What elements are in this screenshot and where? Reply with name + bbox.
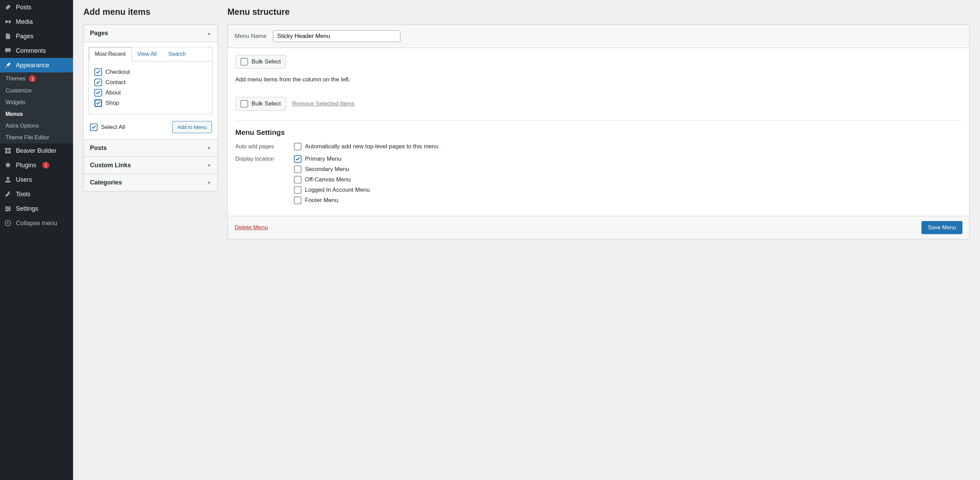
location-logged-in[interactable]: Logged In Account Menu: [294, 186, 370, 194]
svg-rect-11: [7, 210, 8, 211]
option-label: Primary Menu: [305, 156, 342, 163]
checkbox-contact[interactable]: [94, 79, 102, 86]
page-row-checkout[interactable]: Checkout: [94, 67, 207, 77]
checkbox-shop[interactable]: [94, 99, 102, 107]
svg-rect-4: [8, 151, 11, 153]
submenu-customize[interactable]: Customize: [0, 85, 73, 97]
menu-name-label: Menu Name: [235, 33, 267, 40]
sidebar-label: Users: [16, 176, 32, 183]
bulk-select-bottom[interactable]: Bulk Select: [235, 97, 286, 111]
svg-rect-7: [5, 208, 11, 209]
tab-most-recent[interactable]: Most Recent: [89, 47, 132, 61]
plugins-badge: 1: [42, 162, 49, 169]
sidebar-item-tools[interactable]: Tools: [0, 187, 73, 201]
checkbox-primary[interactable]: [294, 155, 302, 163]
svg-rect-1: [5, 148, 8, 150]
checkbox-offcanvas[interactable]: [294, 176, 302, 183]
collapse-icon: [4, 219, 12, 227]
submenu-label: Themes: [5, 75, 25, 81]
submenu-theme-file-editor[interactable]: Theme File Editor: [0, 132, 73, 144]
sidebar-item-settings[interactable]: Settings: [0, 201, 73, 216]
accordion-label: Pages: [90, 30, 108, 37]
submenu-widgets[interactable]: Widgets: [0, 97, 73, 108]
add-items-accordion: Pages ▲ Most Recent View All Search C: [83, 24, 218, 191]
checkbox-footer[interactable]: [294, 196, 302, 204]
menu-structure-panel: Menu Name Bulk Select Add menu items fro…: [228, 24, 970, 239]
location-footer[interactable]: Footer Menu: [294, 196, 370, 204]
page-label: Checkout: [105, 69, 130, 75]
checkbox-bulk-bottom[interactable]: [240, 100, 248, 108]
sidebar-item-beaver-builder[interactable]: Beaver Builder: [0, 144, 73, 158]
menu-name-input[interactable]: [273, 30, 401, 42]
checkbox-logged-in[interactable]: [294, 186, 302, 194]
page-row-about[interactable]: About: [94, 88, 207, 98]
checkbox-secondary[interactable]: [294, 166, 302, 173]
pages-tabs: Most Recent View All Search: [89, 47, 213, 61]
submenu-menus[interactable]: Menus: [0, 108, 73, 120]
option-label: Automatically add new top-level pages to…: [305, 143, 438, 150]
option-label: Logged In Account Menu: [305, 187, 370, 193]
delete-menu-link[interactable]: Delete Menu: [235, 224, 268, 231]
accordion-custom-links-head[interactable]: Custom Links ▼: [84, 156, 218, 174]
sidebar-item-pages[interactable]: Pages: [0, 29, 73, 43]
divider: [235, 120, 962, 121]
media-icon: [4, 18, 12, 26]
sidebar-label: Tools: [16, 191, 30, 198]
sidebar-item-collapse[interactable]: Collapse menu: [0, 216, 73, 230]
sidebar-item-users[interactable]: Users: [0, 172, 73, 187]
appearance-submenu: Themes 1 Customize Widgets Menus Astra O…: [0, 72, 73, 144]
add-to-menu-button[interactable]: Add to Menu: [172, 121, 212, 133]
checkbox-checkout[interactable]: [94, 68, 102, 76]
checkbox-about[interactable]: [94, 89, 102, 97]
page-row-contact[interactable]: Contact: [94, 77, 207, 88]
bulk-select-label: Bulk Select: [251, 58, 281, 65]
sidebar-item-comments[interactable]: Comments: [0, 43, 73, 58]
accordion-label: Custom Links: [90, 162, 131, 169]
sidebar-item-posts[interactable]: Posts: [0, 0, 73, 14]
accordion-pages-head[interactable]: Pages ▲: [84, 25, 218, 42]
location-offcanvas[interactable]: Off-Canvas Menu: [294, 176, 370, 183]
page-label: Contact: [105, 79, 126, 86]
sidebar-item-plugins[interactable]: Plugins 1: [0, 158, 73, 172]
svg-rect-3: [5, 151, 8, 153]
location-primary[interactable]: Primary Menu: [294, 155, 370, 163]
pin-icon: [4, 3, 12, 11]
tab-search[interactable]: Search: [163, 47, 192, 61]
page-row-shop[interactable]: Shop: [94, 98, 207, 108]
bulk-select-top[interactable]: Bulk Select: [235, 55, 286, 69]
select-all-row[interactable]: Select All: [90, 122, 125, 132]
sidebar-label: Plugins: [16, 162, 36, 169]
checkbox-bulk-top[interactable]: [240, 58, 248, 65]
page-label: Shop: [105, 100, 119, 107]
grid-icon: [4, 147, 12, 155]
accordion-posts-head[interactable]: Posts ▼: [84, 139, 218, 156]
submenu-themes[interactable]: Themes 1: [0, 72, 73, 85]
themes-badge: 1: [29, 75, 36, 82]
tab-view-all[interactable]: View All: [132, 47, 163, 61]
svg-rect-9: [6, 206, 7, 208]
checkbox-select-all[interactable]: [90, 123, 97, 131]
accordion-label: Categories: [90, 179, 122, 186]
svg-point-5: [6, 177, 9, 180]
empty-instruction: Add menu items from the column on the le…: [235, 76, 962, 83]
sidebar-item-appearance[interactable]: Appearance: [0, 58, 73, 72]
page-label: About: [105, 89, 121, 96]
menu-settings-heading: Menu Settings: [235, 128, 962, 137]
settings-icon: [4, 205, 12, 212]
option-label: Secondary Menu: [305, 166, 349, 173]
option-label: Off-Canvas Menu: [305, 176, 351, 183]
auto-add-option[interactable]: Automatically add new top-level pages to…: [294, 143, 438, 150]
submenu-label: Customize: [5, 88, 32, 93]
checkbox-auto-add[interactable]: [294, 143, 302, 150]
accordion-categories-head[interactable]: Categories ▼: [84, 174, 218, 191]
save-menu-button[interactable]: Save Menu: [921, 221, 963, 234]
chevron-down-icon: ▼: [207, 180, 211, 185]
sidebar-label: Settings: [16, 205, 38, 212]
svg-point-0: [5, 20, 8, 23]
location-secondary[interactable]: Secondary Menu: [294, 166, 370, 173]
chevron-down-icon: ▼: [207, 163, 211, 168]
sidebar-item-media[interactable]: Media: [0, 14, 73, 29]
submenu-astra-options[interactable]: Astra Options: [0, 120, 73, 132]
sidebar-label: Collapse menu: [16, 220, 57, 227]
auto-add-label: Auto add pages: [235, 143, 280, 150]
